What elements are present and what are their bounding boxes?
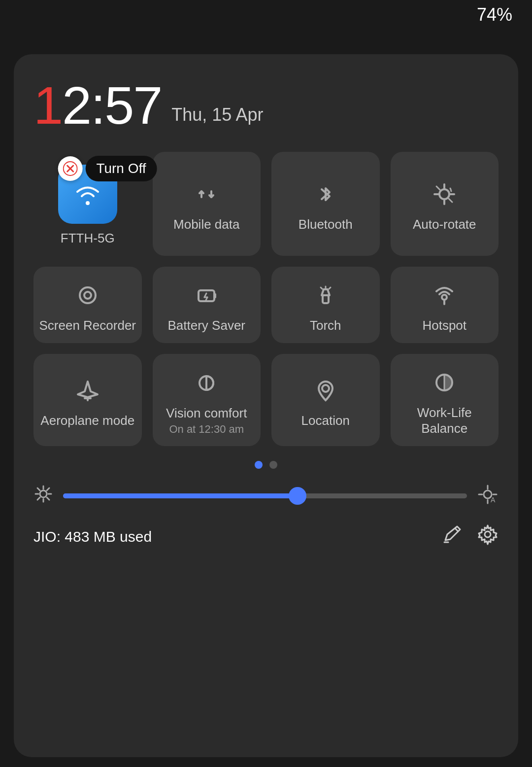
vision-comfort-icon — [191, 367, 222, 399]
svg-line-46 — [455, 528, 458, 531]
hotspot-icon — [429, 279, 460, 311]
mobile-data-icon — [191, 178, 222, 210]
tile-location[interactable]: Location — [271, 354, 380, 446]
bluetooth-icon — [310, 178, 341, 210]
quick-settings-panel: 12:57 Thu, 15 Apr Turn Off — [14, 54, 518, 757]
tile-label-work-life: Work-Life Balance — [396, 405, 494, 436]
tile-battery-saver[interactable]: Battery Saver — [153, 267, 261, 343]
svg-point-31 — [40, 490, 47, 497]
tile-ftth[interactable]: Turn Off FTTH-5G — [33, 152, 142, 256]
battery-saver-icon — [191, 279, 222, 311]
torch-icon — [310, 279, 341, 311]
aeroplane-icon — [72, 375, 103, 406]
screen-recorder-icon — [72, 279, 103, 311]
tile-aeroplane[interactable]: Aeroplane mode — [33, 354, 142, 446]
brightness-slider[interactable] — [63, 493, 467, 498]
svg-point-48 — [485, 531, 491, 537]
tile-label-aeroplane: Aeroplane mode — [40, 413, 134, 428]
svg-point-5 — [439, 189, 449, 199]
svg-line-39 — [37, 497, 40, 500]
svg-line-10 — [436, 186, 440, 190]
svg-line-36 — [37, 488, 40, 490]
quick-tiles-grid: Turn Off FTTH-5G Mob — [33, 152, 499, 446]
tile-label-ftth: FTTH-5G — [61, 231, 115, 246]
pagination-dots — [33, 461, 499, 469]
tile-label-vision-comfort: Vision comfort — [166, 406, 247, 421]
svg-text:A: A — [491, 496, 496, 504]
auto-rotate-icon — [429, 178, 460, 210]
svg-point-28 — [322, 385, 329, 392]
brightness-row: A — [33, 484, 499, 509]
wifi-icon — [72, 178, 103, 210]
tile-screen-recorder[interactable]: Screen Recorder — [33, 267, 142, 343]
tile-label-auto-rotate: Auto-rotate — [413, 217, 476, 232]
tile-label-screen-recorder: Screen Recorder — [39, 318, 136, 333]
clock-area: 12:57 Thu, 15 Apr — [33, 79, 499, 132]
edit-icon[interactable] — [441, 523, 463, 550]
clock-hour-red: 1 — [33, 75, 62, 135]
tile-hotspot[interactable]: Hotspot — [391, 267, 499, 343]
tile-auto-rotate[interactable]: Auto-rotate — [391, 152, 499, 256]
footer: JIO: 483 MB used — [33, 523, 499, 550]
svg-line-37 — [47, 497, 49, 500]
date-display: Thu, 15 Apr — [171, 105, 263, 125]
turnoff-label: Turn Off — [85, 156, 157, 181]
tile-label-location: Location — [301, 413, 350, 428]
data-usage-info: JIO: 483 MB used — [33, 528, 152, 545]
tile-work-life[interactable]: Work-Life Balance — [391, 354, 499, 446]
ftth-icon-wrap: Turn Off — [58, 165, 117, 224]
tile-label-torch: Torch — [310, 318, 341, 333]
tile-bluetooth[interactable]: Bluetooth — [271, 152, 380, 256]
pagination-dot-2 — [269, 461, 277, 469]
clock-rest: 2:57 — [62, 75, 162, 135]
svg-line-38 — [47, 488, 49, 490]
svg-line-21 — [321, 287, 322, 289]
tile-label-battery-saver: Battery Saver — [167, 318, 245, 333]
footer-action-icons — [441, 523, 499, 550]
tile-label-bluetooth: Bluetooth — [299, 217, 353, 232]
svg-line-22 — [329, 287, 331, 289]
svg-rect-15 — [214, 293, 216, 298]
brightness-thumb[interactable] — [289, 487, 306, 505]
brightness-auto-icon: A — [477, 484, 499, 509]
work-life-icon — [429, 367, 460, 398]
tile-vision-comfort[interactable]: Vision comfort On at 12:30 am — [153, 354, 261, 446]
turnoff-badge: Turn Off — [58, 156, 157, 181]
pagination-dot-1 — [255, 461, 263, 469]
svg-rect-19 — [323, 295, 329, 303]
location-icon — [310, 375, 341, 406]
tile-sublabel-vision-comfort: On at 12:30 am — [169, 423, 244, 436]
turnoff-x-icon — [58, 156, 82, 181]
brightness-fill — [63, 493, 298, 498]
svg-point-12 — [80, 287, 96, 303]
tile-torch[interactable]: Torch — [271, 267, 380, 343]
clock-display: 12:57 — [33, 79, 162, 132]
tile-label-hotspot: Hotspot — [422, 318, 466, 333]
svg-point-13 — [84, 292, 91, 299]
tile-mobile-data[interactable]: Mobile data — [153, 152, 261, 256]
status-bar: 74% — [0, 0, 532, 30]
tile-label-mobile-data: Mobile data — [173, 217, 239, 232]
svg-line-11 — [449, 199, 452, 202]
battery-indicator: 74% — [477, 4, 512, 25]
settings-icon[interactable] — [477, 523, 499, 550]
brightness-min-icon — [33, 484, 53, 508]
